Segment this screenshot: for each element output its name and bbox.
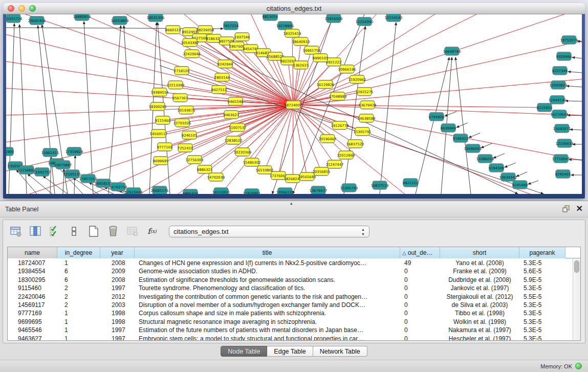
graph-node[interactable]: 9227349 [552, 67, 568, 75]
graph-node[interactable]: 13679427 [310, 186, 328, 194]
table-selector-dropdown[interactable]: citations_edges.txt ▲▼ [169, 226, 369, 237]
graph-node[interactable]: 9463627 [224, 111, 239, 119]
graph-node[interactable]: 15956009 [325, 14, 343, 23]
graph-node[interactable]: 11086018 [476, 155, 494, 163]
graph-node[interactable]: 10966196 [338, 65, 356, 73]
network-canvas[interactable]: 1035572420691406168809541603380918031306… [6, 14, 582, 194]
graph-node[interactable]: 15692971 [553, 124, 571, 133]
table-row[interactable]: 969969511998Structural magnetic resonanc… [8, 318, 573, 326]
column-header-pagerank[interactable]: pagerank [519, 247, 565, 258]
graph-node[interactable]: 19126778 [331, 121, 349, 129]
table-mode-icon[interactable] [9, 225, 23, 238]
graph-node[interactable]: 12756303 [186, 156, 204, 164]
citation-network-graph[interactable]: 1035572420691406168809541603380918031306… [6, 14, 582, 194]
graph-node[interactable]: 15961415 [41, 148, 59, 157]
graph-node[interactable]: 10543382 [181, 38, 199, 47]
graph-node[interactable]: 7857224 [223, 21, 238, 30]
graph-node[interactable]: 10966195 [276, 188, 294, 194]
table-panel-titlebar[interactable]: Table Panel ▴ ✕ [0, 201, 588, 217]
graph-node[interactable]: 16510801 [212, 188, 230, 194]
graph-node[interactable]: 9465546 [228, 97, 243, 105]
table-row[interactable]: 946362711997Embryonic stem cells: a mode… [8, 335, 573, 341]
table-row[interactable]: 1872400712008Changes of HCN gene express… [8, 259, 573, 267]
graph-node[interactable]: 9194508 [489, 164, 504, 172]
graph-node[interactable]: 16648784 [443, 47, 461, 55]
graph-node[interactable]: 10634342 [499, 173, 517, 181]
graph-node[interactable]: 11254390 [356, 17, 374, 26]
column-header-year[interactable]: year [100, 247, 135, 258]
graph-node[interactable]: 16880954 [73, 14, 91, 20]
graph-node[interactable]: 14569117 [150, 129, 168, 138]
graph-node[interactable]: 12838522 [225, 136, 243, 144]
hub-node[interactable]: 18724007 [285, 101, 302, 109]
graph-node[interactable]: 9886321 [197, 165, 212, 173]
graph-node[interactable]: 18031306 [147, 14, 165, 21]
graph-node[interactable]: 16510802 [256, 166, 274, 174]
graph-node[interactable]: 12093822 [550, 81, 568, 89]
graph-node[interactable]: 20681176 [151, 186, 169, 194]
column-header-short[interactable]: short [440, 247, 519, 258]
graph-node[interactable]: 8813054 [263, 14, 278, 20]
column-header-out_de[interactable]: △out_de… [400, 247, 440, 258]
graph-node[interactable]: 12106433 [556, 139, 574, 147]
graph-node[interactable]: 18640910 [292, 37, 310, 46]
graph-node[interactable]: 3915900 [6, 147, 14, 156]
graph-node[interactable]: 9921221 [403, 179, 418, 187]
graph-node[interactable]: 21247447 [326, 160, 344, 168]
graph-node[interactable]: 1362615 [293, 61, 309, 69]
graph-node[interactable]: 19218906 [276, 21, 294, 30]
graph-node[interactable]: 12505135 [63, 170, 81, 178]
graph-node[interactable]: 8660123 [165, 26, 181, 34]
graph-node[interactable]: 18325419 [284, 29, 301, 37]
graph-node[interactable]: 22420046 [183, 50, 201, 58]
graph-node[interactable]: 10496091 [464, 144, 482, 152]
graph-node[interactable]: 18226058 [197, 26, 214, 34]
graph-node[interactable]: 9115460 [155, 116, 170, 124]
graph-node[interactable]: 11920961 [243, 189, 261, 194]
close-panel-icon[interactable]: ✕ [576, 204, 583, 213]
graph-node[interactable]: 14702039 [207, 173, 225, 181]
graph-node[interactable]: 11920962 [349, 75, 366, 83]
graph-node[interactable]: 12701026 [173, 119, 191, 127]
table-row[interactable]: 1830029562008Estimation of significance … [8, 276, 573, 284]
window-titlebar[interactable]: citations_edges.txt [3, 3, 585, 14]
graph-node[interactable]: 17710045 [552, 155, 570, 163]
graph-node[interactable]: 11007537 [229, 123, 247, 132]
table-row[interactable]: 946554611997Estimation of the future num… [8, 326, 573, 334]
graph-node[interactable]: 9886320 [183, 189, 198, 194]
graph-node[interactable]: 8990105 [313, 54, 328, 62]
graph-node[interactable]: 16837519 [371, 181, 389, 189]
tab-network-table[interactable]: Network Table [313, 346, 367, 357]
graph-node[interactable]: 20196467 [319, 135, 337, 143]
graph-node[interactable]: 16033809 [111, 16, 129, 25]
graph-node[interactable]: 16961758 [303, 46, 321, 54]
graph-node[interactable]: 10975887 [54, 161, 72, 169]
tab-edge-table[interactable]: Edge Table [267, 346, 313, 357]
graph-node[interactable]: 9921222 [326, 58, 341, 66]
table-row[interactable]: 911546021997Tourette syndrome. Phenomeno… [8, 284, 573, 292]
column-header-name[interactable]: name [8, 247, 57, 258]
graph-node[interactable]: 18300295 [149, 102, 167, 111]
delete-column-icon[interactable] [106, 225, 120, 238]
graph-node[interactable]: 12342757 [33, 168, 51, 176]
graph-node[interactable]: 19751074 [560, 36, 578, 44]
graph-node[interactable]: 2718120 [174, 67, 189, 75]
graph-node[interactable]: 9245401 [555, 170, 571, 178]
graph-node[interactable]: 9699695 [153, 157, 168, 165]
graph-node[interactable]: 8427512 [211, 85, 227, 94]
graph-node[interactable]: 7252410 [178, 144, 193, 152]
column-visibility-icon[interactable] [29, 225, 42, 238]
select-all-icon[interactable] [48, 225, 61, 238]
graph-node[interactable]: 17359924 [66, 147, 83, 156]
table-vertical-scrollbar[interactable] [573, 259, 580, 340]
float-panel-icon[interactable] [562, 205, 570, 213]
graph-node[interactable]: 10220369 [234, 148, 252, 156]
graph-node[interactable]: 6793926 [429, 113, 444, 121]
graph-node[interactable]: 2803144 [214, 73, 230, 81]
graph-node[interactable]: 12154540 [385, 14, 403, 21]
graph-node[interactable]: 9242844 [217, 60, 233, 68]
graph-node[interactable]: 16210643 [551, 110, 569, 118]
graph-node[interactable]: 8639949 [441, 124, 456, 132]
graph-node[interactable]: 9567367 [172, 94, 188, 102]
column-header-in_degree[interactable]: in_degree [57, 247, 100, 258]
